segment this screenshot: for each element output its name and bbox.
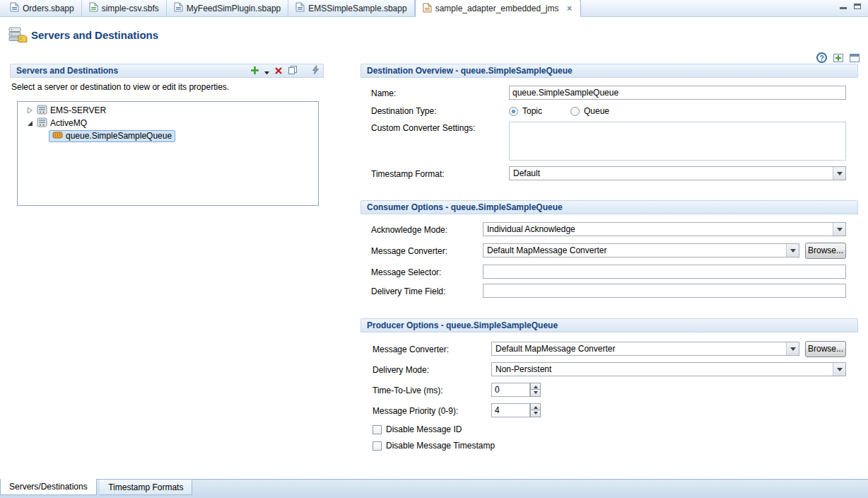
- tree-item-label: EMS-SERVER: [50, 105, 106, 115]
- add-dropdown-chevron-icon[interactable]: [264, 65, 269, 78]
- queue-radio[interactable]: [570, 107, 580, 116]
- delivery-time-field-label: Delivery Time Field:: [371, 286, 445, 296]
- tree-row-ems-server[interactable]: EMS-SERVER: [18, 104, 318, 117]
- file-icon: [295, 2, 305, 14]
- producer-message-converter-combo[interactable]: Default MapMessage Converter: [491, 342, 799, 356]
- tree-row-activemq[interactable]: ActiveMQ: [18, 117, 318, 129]
- queue-radio-label: Queue: [584, 106, 609, 116]
- message-selector-input[interactable]: [483, 265, 846, 279]
- destination-type-radios: Topic Queue: [509, 105, 609, 117]
- page-tab-bar: Servers/Destinations Timestamp Formats: [0, 479, 868, 498]
- disable-message-id-row: Disable Message ID: [373, 424, 462, 435]
- topic-radio-label: Topic: [522, 106, 542, 116]
- file-icon: [89, 2, 98, 14]
- consumer-browse-button[interactable]: Browse...: [805, 243, 846, 259]
- server-tree[interactable]: EMS-SERVER ActiveMQ queue.SimpleSampleQu…: [17, 101, 319, 206]
- servers-destinations-panel: Servers and Destinations Select a server…: [10, 64, 324, 219]
- page-header: Servers and Destinations: [0, 17, 868, 55]
- tab-orders-sbapp[interactable]: Orders.sbapp: [3, 0, 82, 16]
- tab-sample-adapter-embedded-jms[interactable]: sample_adapter_embedded_jms: [415, 0, 582, 17]
- minimize-icon[interactable]: [840, 3, 847, 9]
- servers-section-header: Servers and Destinations: [10, 64, 324, 78]
- spin-up-button[interactable]: [530, 403, 541, 410]
- combo-value: Default MapMessage Converter: [487, 245, 606, 255]
- custom-converter-textarea[interactable]: [509, 122, 846, 161]
- time-to-live-spinner: [530, 383, 541, 397]
- tab-myfeedsimplugin-sbapp[interactable]: MyFeedSimPlugin.sbapp: [167, 0, 288, 16]
- maximize-icon[interactable]: [854, 4, 861, 9]
- up-arrow-icon: [534, 383, 538, 388]
- consumer-message-converter-label: Message Converter:: [371, 246, 447, 256]
- combo-dropdown-button[interactable]: [786, 342, 799, 355]
- tree-row-queue-simplesamplequeue[interactable]: queue.SimpleSampleQueue: [18, 129, 318, 142]
- time-to-live-input[interactable]: [491, 383, 530, 397]
- consumer-options-header: Consumer Options - queue.SimpleSampleQue…: [360, 200, 858, 214]
- close-icon[interactable]: [565, 4, 573, 13]
- page-title: Servers and Destinations: [31, 29, 158, 41]
- servers-destinations-icon: [8, 27, 28, 46]
- add-page-icon[interactable]: [833, 54, 843, 62]
- tab-label: Orders.sbapp: [23, 4, 74, 13]
- combo-dropdown-button[interactable]: [833, 363, 845, 376]
- message-priority-spinner: [530, 403, 541, 417]
- message-priority-input[interactable]: [491, 403, 530, 417]
- name-input[interactable]: [509, 86, 846, 100]
- message-priority-label: Message Priority (0-9):: [373, 406, 458, 416]
- chevron-down-icon: [790, 249, 796, 255]
- disable-message-id-checkbox[interactable]: [373, 425, 382, 434]
- wizard-lightning-icon[interactable]: [311, 65, 319, 78]
- queue-icon: [52, 130, 63, 142]
- combo-dropdown-button[interactable]: [833, 167, 845, 180]
- disable-message-timestamp-checkbox[interactable]: [373, 441, 382, 451]
- down-arrow-icon: [534, 391, 538, 396]
- tree-item-label: queue.SimpleSampleQueue: [66, 131, 172, 141]
- chevron-collapsed-icon[interactable]: [26, 107, 34, 114]
- instruction-text: Select a server or destination to view o…: [11, 82, 229, 92]
- tab-label: EMSSimpleSample.sbapp: [308, 4, 406, 13]
- chevron-expanded-icon[interactable]: [26, 120, 34, 127]
- jms-adapter-editor: Orders.sbapp simple-csv.sbfs MyFeedSimPl…: [0, 0, 868, 498]
- show-pages-icon[interactable]: [850, 54, 860, 62]
- copy-icon[interactable]: [288, 65, 298, 78]
- section-title: Producer Options - queue.SimpleSampleQue…: [367, 320, 558, 330]
- disable-message-id-label: Disable Message ID: [386, 424, 462, 434]
- destination-type-label: Destination Type:: [371, 106, 437, 116]
- name-label: Name:: [371, 88, 396, 98]
- producer-message-converter-label: Message Converter:: [373, 344, 449, 354]
- file-icon: [174, 2, 183, 14]
- consumer-options-section: Consumer Options - queue.SimpleSampleQue…: [360, 200, 858, 313]
- adapter-file-icon: [423, 3, 432, 15]
- server-icon: [37, 105, 47, 117]
- tab-emssimplesample-sbapp[interactable]: EMSSimpleSample.sbapp: [288, 0, 414, 16]
- up-arrow-icon: [534, 404, 538, 409]
- timestamp-format-combo[interactable]: Default: [509, 166, 846, 180]
- spin-up-button[interactable]: [530, 383, 541, 390]
- spin-down-button[interactable]: [530, 390, 541, 397]
- combo-value: Default MapMessage Converter: [495, 344, 615, 354]
- destination-overview-section: Destination Overview - queue.SimpleSampl…: [360, 64, 858, 195]
- radio-dot-icon: [512, 110, 515, 113]
- combo-dropdown-button[interactable]: [833, 223, 845, 236]
- tab-servers-destinations[interactable]: Servers/Destinations: [0, 479, 97, 495]
- acknowledge-mode-combo[interactable]: Individual Acknowledge: [483, 222, 846, 236]
- topic-radio[interactable]: [509, 107, 518, 116]
- delivery-mode-combo[interactable]: Non-Persistent: [491, 362, 846, 376]
- file-icon: [10, 2, 19, 14]
- delete-icon[interactable]: [274, 65, 283, 78]
- add-server-icon[interactable]: [250, 65, 259, 78]
- view-window-buttons: [840, 3, 868, 13]
- delivery-time-field-input[interactable]: [483, 284, 846, 298]
- help-icon[interactable]: [816, 52, 827, 63]
- combo-dropdown-button[interactable]: [786, 244, 799, 257]
- tab-simple-csv-sbfs[interactable]: simple-csv.sbfs: [82, 0, 167, 16]
- spin-down-button[interactable]: [530, 410, 541, 417]
- acknowledge-mode-label: Acknowledge Mode:: [371, 225, 447, 235]
- editor-tab-bar: Orders.sbapp simple-csv.sbfs MyFeedSimPl…: [0, 0, 868, 17]
- section-title: Destination Overview - queue.SimpleSampl…: [367, 66, 573, 76]
- consumer-message-converter-combo[interactable]: Default MapMessage Converter: [483, 243, 799, 257]
- disable-message-timestamp-label: Disable Message Timestamp: [386, 441, 495, 451]
- selected-tree-item[interactable]: queue.SimpleSampleQueue: [49, 130, 175, 142]
- custom-converter-label: Custom Converter Settings:: [371, 123, 475, 133]
- producer-browse-button[interactable]: Browse...: [805, 341, 846, 357]
- tab-timestamp-formats[interactable]: Timestamp Formats: [100, 480, 192, 495]
